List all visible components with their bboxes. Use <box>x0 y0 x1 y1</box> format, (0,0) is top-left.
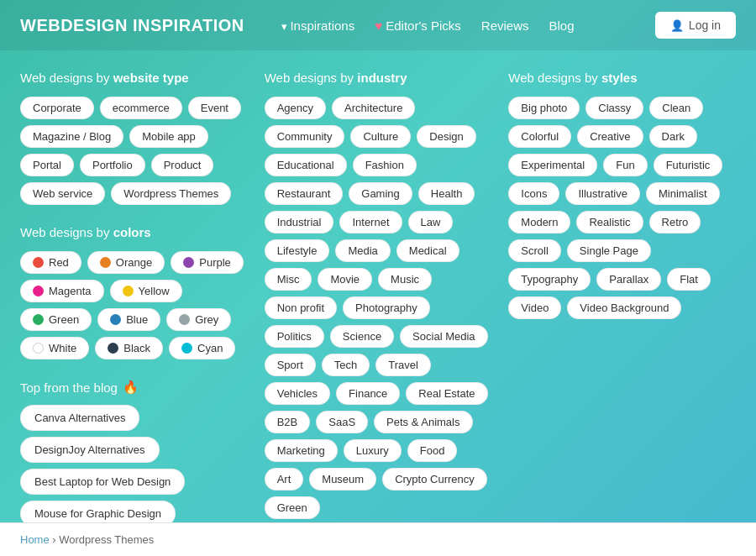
industry-tag[interactable]: SaaS <box>316 411 368 433</box>
color-tag[interactable]: Black <box>95 337 163 359</box>
login-button[interactable]: Log in <box>655 12 736 39</box>
style-tag[interactable]: Flat <box>667 268 711 291</box>
breadcrumb: Home › Wordpress Themes <box>0 522 756 556</box>
color-tag[interactable]: Blue <box>97 308 160 331</box>
style-tag[interactable]: Big photo <box>508 97 580 119</box>
style-tag[interactable]: Single Page <box>567 239 651 262</box>
color-tag[interactable]: Purple <box>171 251 244 274</box>
style-tag[interactable]: Scroll <box>508 239 561 262</box>
industry-tag[interactable]: Pets & Animals <box>374 411 472 433</box>
style-tag[interactable]: Illustrative <box>565 182 640 205</box>
industry-tag[interactable]: Sport <box>265 354 316 376</box>
industry-tag[interactable]: Food <box>407 439 458 462</box>
industry-tag[interactable]: Movie <box>318 268 372 291</box>
type-tag[interactable]: Mobile app <box>129 125 208 148</box>
industry-tag[interactable]: Politics <box>265 325 324 348</box>
industry-tag[interactable]: Industrial <box>265 211 334 233</box>
industry-tag[interactable]: Luxury <box>344 439 402 462</box>
industry-tag[interactable]: Law <box>408 211 454 233</box>
industry-tag[interactable]: Media <box>335 239 390 262</box>
blog-link[interactable]: Canva Alternatives <box>20 405 139 431</box>
style-tag[interactable]: Video <box>508 296 561 319</box>
type-tag[interactable]: Product <box>151 154 214 176</box>
industry-tag[interactable]: Gaming <box>349 182 412 205</box>
type-tag[interactable]: Wordpress Themes <box>111 182 231 205</box>
industry-tag[interactable]: Crypto Currency <box>382 468 487 490</box>
style-tag[interactable]: Futuristic <box>654 154 723 176</box>
industry-tag[interactable]: Tech <box>322 354 370 376</box>
type-tag[interactable]: Magazine / Blog <box>20 125 123 148</box>
color-tag[interactable]: Magenta <box>20 280 104 302</box>
nav-reviews[interactable]: Reviews <box>481 18 529 33</box>
industry-tag[interactable]: Green <box>265 496 320 519</box>
site-logo[interactable]: WEBDESIGN INSPIRATION <box>20 16 244 35</box>
style-tag[interactable]: Clean <box>649 97 703 119</box>
right-column: Web designs by styles Big photoClassyCle… <box>508 71 736 556</box>
industry-tag[interactable]: Restaurant <box>265 182 344 205</box>
color-tag[interactable]: White <box>20 337 89 359</box>
industry-tag[interactable]: Travel <box>375 354 431 376</box>
color-tag[interactable]: Orange <box>87 251 165 274</box>
industry-tag[interactable]: Agency <box>265 97 326 119</box>
industry-tag[interactable]: Photography <box>343 296 430 319</box>
styles-tags: Big photoClassyCleanColorfulCreativeDark… <box>508 97 736 319</box>
type-tag[interactable]: ecommerce <box>100 97 182 119</box>
style-tag[interactable]: Colorful <box>508 125 571 148</box>
main-nav: Inspirations Editor's Picks Reviews Blog <box>281 18 632 33</box>
style-tag[interactable]: Creative <box>577 125 643 148</box>
style-tag[interactable]: Icons <box>508 182 559 205</box>
industry-tag[interactable]: Science <box>330 325 394 348</box>
style-tag[interactable]: Realistic <box>576 211 643 233</box>
color-tags: RedOrangePurpleMagentaYellowGreenBlueGre… <box>20 251 248 359</box>
industry-tag[interactable]: Culture <box>350 125 411 148</box>
industry-tag[interactable]: Real Estate <box>406 382 487 405</box>
type-tag[interactable]: Web service <box>20 182 105 205</box>
industry-tag[interactable]: Marketing <box>265 439 338 462</box>
color-tag[interactable]: Cyan <box>169 337 235 359</box>
industry-tag[interactable]: B2B <box>265 411 311 433</box>
type-tag[interactable]: Corporate <box>20 97 94 119</box>
blog-link[interactable]: DesignJoy Alternatives <box>20 437 160 463</box>
industry-tag[interactable]: Educational <box>265 154 347 176</box>
type-tag[interactable]: Event <box>188 97 241 119</box>
type-tag[interactable]: Portal <box>20 154 74 176</box>
industry-tag[interactable]: Lifestyle <box>265 239 330 262</box>
middle-column: Web designs by industry AgencyArchitectu… <box>265 71 509 556</box>
industry-tag[interactable]: Internet <box>339 211 402 233</box>
industry-tag[interactable]: Design <box>417 125 475 148</box>
industry-tag[interactable]: Fashion <box>353 154 417 176</box>
industry-tag[interactable]: Museum <box>309 468 376 490</box>
industry-tag[interactable]: Medical <box>396 239 459 262</box>
industry-tag[interactable]: Finance <box>336 382 400 405</box>
style-tag[interactable]: Video Background <box>567 296 681 319</box>
breadcrumb-home[interactable]: Home <box>20 533 50 546</box>
left-column: Web designs by website type Corporateeco… <box>20 71 265 556</box>
industry-tag[interactable]: Non profit <box>265 296 337 319</box>
style-tag[interactable]: Experimental <box>508 154 597 176</box>
style-tag[interactable]: Modern <box>508 211 570 233</box>
nav-inspirations[interactable]: Inspirations <box>281 18 354 33</box>
style-tag[interactable]: Fun <box>603 154 647 176</box>
nav-editors-picks[interactable]: Editor's Picks <box>375 18 461 33</box>
style-tag[interactable]: Typography <box>508 268 591 291</box>
style-tag[interactable]: Minimalist <box>646 182 720 205</box>
color-tag[interactable]: Green <box>20 308 92 331</box>
blog-link[interactable]: Best Laptop for Web Design <box>20 469 185 495</box>
color-tag[interactable]: Yellow <box>110 280 182 302</box>
industry-tag[interactable]: Vehicles <box>265 382 330 405</box>
industry-tag[interactable]: Misc <box>265 268 312 291</box>
nav-blog[interactable]: Blog <box>549 18 574 33</box>
style-tag[interactable]: Classy <box>585 97 643 119</box>
industry-tag[interactable]: Social Media <box>400 325 487 348</box>
style-tag[interactable]: Parallax <box>596 268 661 291</box>
industry-tag[interactable]: Architecture <box>332 97 415 119</box>
industry-tag[interactable]: Community <box>265 125 345 148</box>
industry-tag[interactable]: Art <box>265 468 304 490</box>
industry-tag[interactable]: Health <box>418 182 475 205</box>
color-tag[interactable]: Red <box>20 251 81 274</box>
type-tag[interactable]: Portfolio <box>80 154 145 176</box>
industry-tag[interactable]: Music <box>378 268 432 291</box>
color-tag[interactable]: Grey <box>166 308 231 331</box>
style-tag[interactable]: Retro <box>649 211 701 233</box>
style-tag[interactable]: Dark <box>649 125 697 148</box>
